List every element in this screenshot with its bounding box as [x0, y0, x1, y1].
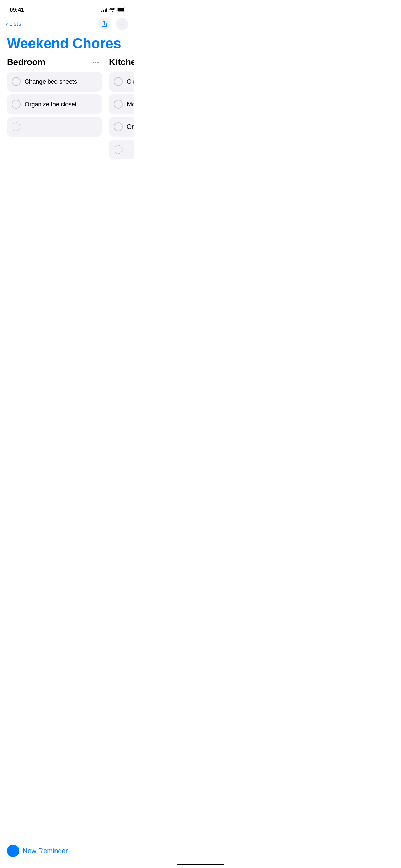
nav-bar: ‹ Lists — [0, 16, 134, 33]
kitchen-column-header: Kitche — [109, 57, 134, 68]
battery-icon — [117, 7, 127, 13]
task-checkbox[interactable] — [114, 100, 123, 109]
kitchen-column: Kitche Cle Mo Org — [106, 57, 134, 159]
back-button[interactable]: ‹ Lists — [5, 21, 21, 27]
task-checkbox[interactable] — [114, 77, 123, 86]
svg-point-3 — [120, 24, 121, 25]
svg-point-4 — [122, 24, 123, 25]
new-task-item[interactable] — [109, 140, 134, 159]
task-item[interactable]: Organize the closet — [7, 94, 102, 114]
menu-dot — [97, 62, 99, 63]
kitchen-column-title: Kitche — [109, 57, 134, 68]
task-checkbox[interactable] — [12, 77, 21, 86]
task-item[interactable]: Org — [109, 117, 134, 137]
page-title-section: Weekend Chores — [0, 33, 134, 57]
task-label: Mo — [127, 101, 134, 108]
back-label: Lists — [9, 21, 21, 27]
menu-dot — [93, 62, 94, 63]
task-item[interactable]: Cle — [109, 72, 134, 92]
nav-actions — [98, 18, 128, 30]
more-button[interactable] — [116, 18, 128, 30]
task-label: Cle — [127, 78, 134, 85]
new-task-checkbox[interactable] — [114, 145, 123, 154]
share-icon — [101, 21, 108, 27]
task-item[interactable]: Mo — [109, 94, 134, 114]
share-button[interactable] — [98, 18, 110, 30]
task-checkbox[interactable] — [114, 122, 123, 131]
task-label: Org — [127, 123, 134, 131]
new-task-item[interactable] — [7, 117, 102, 137]
task-label: Organize the closet — [25, 101, 76, 108]
status-icons — [101, 7, 127, 13]
page-title: Weekend Chores — [7, 36, 127, 51]
svg-rect-1 — [118, 8, 124, 11]
columns-container: Bedroom Change bed sheets Organize the c… — [0, 57, 134, 159]
new-task-checkbox[interactable] — [12, 122, 21, 131]
svg-point-5 — [124, 24, 125, 25]
bedroom-column-title: Bedroom — [7, 57, 45, 68]
task-checkbox[interactable] — [12, 100, 21, 109]
wifi-icon — [109, 7, 115, 13]
menu-dot — [95, 62, 96, 63]
signal-bars-icon — [101, 8, 107, 12]
bedroom-menu-button[interactable] — [90, 60, 101, 64]
kitchen-task-list: Cle Mo Org — [109, 72, 134, 159]
task-item[interactable]: Change bed sheets — [7, 72, 102, 92]
bedroom-task-list: Change bed sheets Organize the closet — [7, 72, 102, 137]
ellipsis-icon — [119, 21, 125, 27]
status-time: 09:41 — [10, 7, 24, 13]
chevron-left-icon: ‹ — [5, 21, 8, 27]
task-label: Change bed sheets — [25, 78, 77, 85]
status-bar: 09:41 — [0, 0, 134, 16]
bedroom-column: Bedroom Change bed sheets Organize the c… — [0, 57, 106, 159]
bedroom-column-header: Bedroom — [7, 57, 102, 68]
